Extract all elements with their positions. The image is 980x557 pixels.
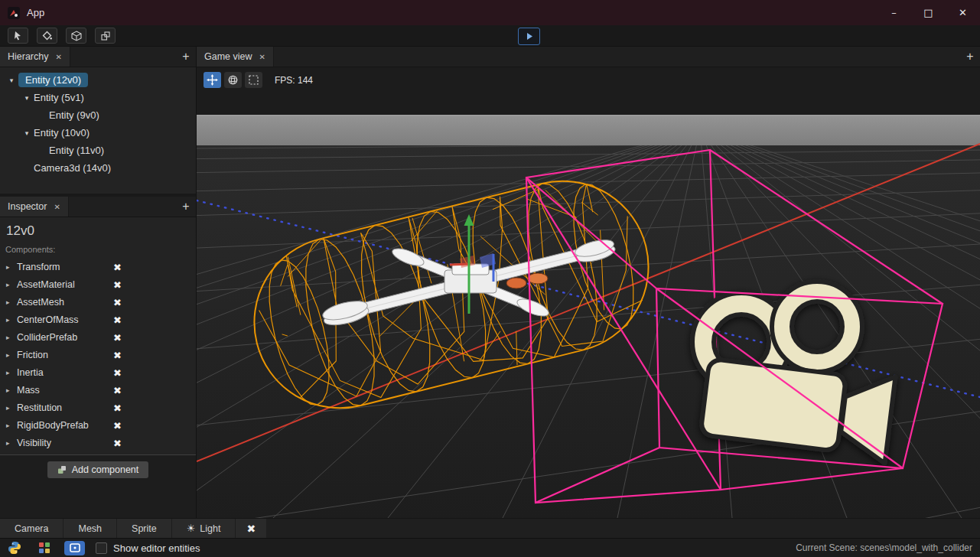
hierarchy-item-2[interactable]: Entity (9v0) bbox=[0, 106, 196, 124]
add-tab-button[interactable]: + bbox=[176, 47, 196, 67]
component-row-friction[interactable]: ▸Friction✖ bbox=[0, 346, 196, 363]
bottom-tab-camera[interactable]: Camera bbox=[0, 519, 63, 538]
add-tab-button[interactable]: + bbox=[960, 47, 980, 67]
entity-label[interactable]: Camera3d (14v0) bbox=[34, 162, 111, 174]
remove-component-icon[interactable]: ✖ bbox=[113, 366, 122, 378]
remove-component-icon[interactable]: ✖ bbox=[113, 349, 122, 360]
add-component-button[interactable]: Add component bbox=[47, 461, 149, 478]
remove-component-icon[interactable]: ✖ bbox=[113, 296, 122, 308]
collapsed-arrow-icon[interactable]: ▸ bbox=[6, 334, 17, 341]
entity-label[interactable]: Entity (5v1) bbox=[34, 92, 84, 103]
tabbar-spacer bbox=[70, 47, 176, 67]
component-row-transform[interactable]: ▸Transform✖ bbox=[0, 258, 196, 275]
selection-box-button[interactable] bbox=[245, 72, 262, 88]
close-tab-icon[interactable]: ✕ bbox=[259, 53, 265, 61]
expand-arrow-icon[interactable]: ▾ bbox=[5, 77, 18, 84]
hierarchy-item-5[interactable]: Camera3d (14v0) bbox=[0, 159, 196, 177]
horizon-line bbox=[197, 115, 980, 116]
collapsed-arrow-icon[interactable]: ▸ bbox=[6, 404, 17, 412]
sun-icon: ☀ bbox=[187, 523, 196, 534]
collapsed-arrow-icon[interactable]: ▸ bbox=[6, 422, 17, 429]
close-button[interactable]: ✕ bbox=[946, 0, 980, 25]
bottom-tab-label: Camera bbox=[15, 523, 48, 534]
collapsed-arrow-icon[interactable]: ▸ bbox=[6, 369, 17, 376]
window-controls: – □ ✕ bbox=[877, 0, 980, 25]
tab-inspector[interactable]: Inspector ✕ bbox=[0, 197, 69, 217]
bottom-tab-mesh[interactable]: Mesh bbox=[63, 519, 117, 538]
bottom-tab-sprite[interactable]: Sprite bbox=[117, 519, 172, 538]
inspected-entity-id: 12v0 bbox=[0, 217, 196, 239]
remove-component-icon[interactable]: ✖ bbox=[113, 331, 122, 343]
hierarchy-item-0[interactable]: ▾Entity (12v0) bbox=[0, 71, 196, 89]
collapsed-arrow-icon[interactable]: ▸ bbox=[6, 351, 17, 359]
component-name: AssetMesh bbox=[17, 297, 64, 308]
collapsed-arrow-icon[interactable]: ▸ bbox=[6, 386, 17, 394]
bottom-tab-label: Light bbox=[200, 523, 220, 534]
hierarchy-item-1[interactable]: ▾Entity (5v1) bbox=[0, 89, 196, 106]
component-row-assetmesh[interactable]: ▸AssetMesh✖ bbox=[0, 293, 196, 311]
component-row-restitution[interactable]: ▸Restitution✖ bbox=[0, 399, 196, 416]
tab-game-view[interactable]: Game view ✕ bbox=[197, 47, 274, 67]
remove-component-icon[interactable]: ✖ bbox=[113, 278, 122, 290]
entity-label[interactable]: Entity (9v0) bbox=[49, 109, 99, 121]
close-tab-icon[interactable]: ✕ bbox=[56, 53, 62, 61]
hierarchy-item-4[interactable]: Entity (11v0) bbox=[0, 142, 196, 159]
select-box-icon bbox=[248, 74, 259, 86]
component-row-centerofmass[interactable]: ▸CenterOfMass✖ bbox=[0, 311, 196, 328]
component-row-rigidbodyprefab[interactable]: ▸RigidBodyPrefab✖ bbox=[0, 416, 196, 434]
translate-tool-button[interactable] bbox=[203, 72, 221, 88]
collapsed-arrow-icon[interactable]: ▸ bbox=[6, 439, 17, 447]
expand-arrow-icon[interactable]: ▾ bbox=[20, 94, 34, 102]
component-name: Transform bbox=[17, 262, 60, 272]
component-name: ColliderPrefab bbox=[17, 332, 77, 343]
game-viewport[interactable]: FPS: 144 bbox=[197, 67, 980, 518]
paint-tool-button[interactable] bbox=[37, 28, 57, 44]
python-icon[interactable] bbox=[8, 541, 21, 555]
close-tab-icon[interactable]: ✕ bbox=[54, 203, 60, 211]
gameview-tabbar: Game view ✕ + bbox=[197, 47, 980, 67]
hierarchy-item-3[interactable]: ▾Entity (10v0) bbox=[0, 124, 196, 142]
pointer-tool-button[interactable] bbox=[8, 28, 28, 44]
remove-component-icon[interactable]: ✖ bbox=[113, 402, 122, 413]
window-title: App bbox=[27, 7, 44, 18]
expand-arrow-icon[interactable]: ▾ bbox=[20, 129, 34, 137]
assets-icon[interactable] bbox=[38, 542, 50, 554]
tab-hierarchy[interactable]: Hierarchy ✕ bbox=[0, 47, 70, 67]
close-dock-button[interactable]: ✖ bbox=[236, 519, 266, 538]
collapsed-arrow-icon[interactable]: ▸ bbox=[6, 263, 17, 271]
component-row-colliderprefab[interactable]: ▸ColliderPrefab✖ bbox=[0, 328, 196, 346]
prefab-icon bbox=[100, 31, 111, 41]
remove-component-icon[interactable]: ✖ bbox=[113, 437, 122, 448]
rotate-tool-button[interactable] bbox=[224, 72, 242, 88]
collapsed-arrow-icon[interactable]: ▸ bbox=[6, 281, 17, 288]
tab-hierarchy-label: Hierarchy bbox=[8, 51, 49, 62]
play-icon bbox=[523, 31, 535, 42]
remove-component-icon[interactable]: ✖ bbox=[113, 314, 122, 325]
prefab-tool-button[interactable] bbox=[95, 28, 116, 44]
viewport-toolbar: FPS: 144 bbox=[203, 72, 313, 88]
play-button[interactable] bbox=[518, 28, 540, 45]
collapsed-arrow-icon[interactable]: ▸ bbox=[6, 298, 17, 306]
show-editor-entities-checkbox[interactable] bbox=[96, 542, 107, 554]
remove-component-icon[interactable]: ✖ bbox=[113, 261, 122, 272]
remove-component-icon[interactable]: ✖ bbox=[113, 384, 122, 396]
component-row-mass[interactable]: ▸Mass✖ bbox=[0, 381, 196, 399]
maximize-button[interactable]: □ bbox=[911, 0, 946, 25]
component-row-assetmaterial[interactable]: ▸AssetMaterial✖ bbox=[0, 275, 196, 293]
component-name: Visibility bbox=[17, 438, 51, 448]
show-editor-entities-label: Show editor entities bbox=[113, 542, 200, 554]
component-row-visibility[interactable]: ▸Visibility✖ bbox=[0, 434, 196, 451]
active-mode-button[interactable] bbox=[64, 541, 85, 555]
remove-component-icon[interactable]: ✖ bbox=[113, 419, 122, 431]
minimize-button[interactable]: – bbox=[877, 0, 911, 25]
entity-label[interactable]: Entity (11v0) bbox=[49, 145, 104, 156]
entity-label[interactable]: Entity (10v0) bbox=[34, 127, 90, 138]
app-icon bbox=[8, 7, 20, 19]
add-tab-button[interactable]: + bbox=[176, 197, 196, 217]
cube-tool-button[interactable] bbox=[66, 28, 86, 44]
bottom-tab-light[interactable]: ☀Light bbox=[172, 519, 236, 538]
entity-label[interactable]: Entity (12v0) bbox=[18, 73, 88, 87]
inspector-panel: 12v0 Components: ▸Transform✖▸AssetMateri… bbox=[0, 217, 196, 518]
component-row-inertia[interactable]: ▸Inertia✖ bbox=[0, 363, 196, 381]
collapsed-arrow-icon[interactable]: ▸ bbox=[6, 316, 17, 324]
